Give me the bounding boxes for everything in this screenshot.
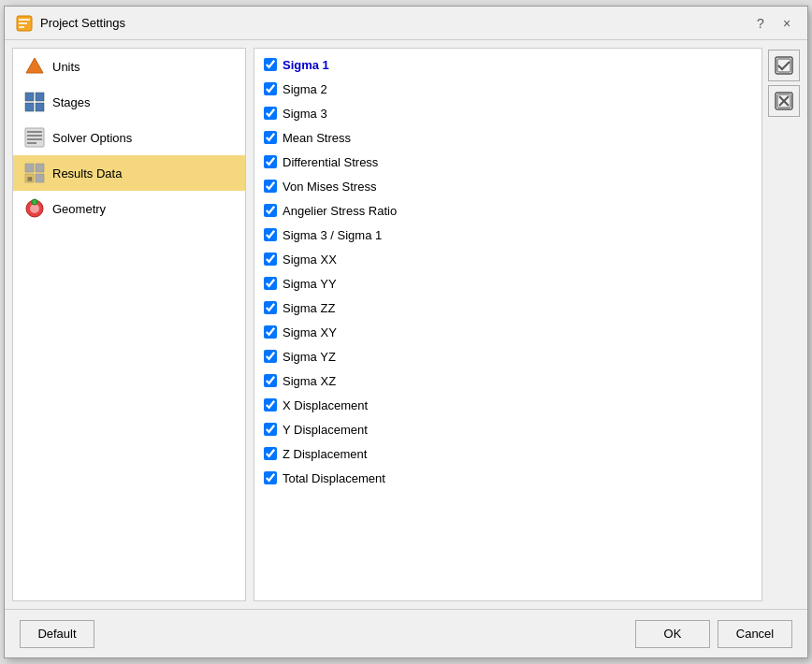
sidebar-results-label: Results Data [52,166,122,180]
sidebar-item-geometry[interactable]: Geometry [13,191,245,226]
svg-rect-13 [27,142,36,144]
checkbox-differential-stress[interactable] [264,155,277,168]
select-all-button[interactable] [768,50,800,81]
label-sigma2[interactable]: Sigma 2 [283,82,327,96]
svg-rect-17 [36,174,44,182]
footer: Default OK Cancel [5,609,807,657]
units-icon [24,56,45,77]
check-item-sigma3-sigma1[interactable]: Sigma 3 / Sigma 1 [254,223,761,247]
results-icon: ▦ [24,163,45,183]
label-z-displacement[interactable]: Z Displacement [283,447,367,461]
label-x-displacement[interactable]: X Displacement [283,398,368,412]
checkbox-sigma3[interactable] [264,107,277,120]
project-settings-dialog: Project Settings ? × Units [4,6,808,658]
svg-rect-6 [36,93,44,101]
check-item-sigma-yz[interactable]: Sigma YZ [254,344,761,368]
checkbox-z-displacement[interactable] [264,447,277,460]
title-bar: Project Settings ? × [5,7,807,40]
checkbox-sigma2[interactable] [264,82,277,95]
svg-rect-5 [25,93,34,101]
side-buttons [768,48,800,601]
checkbox-sigma3-sigma1[interactable] [264,228,277,241]
svg-rect-7 [25,103,34,111]
label-total-displacement[interactable]: Total Displacement [283,471,385,485]
check-item-mean-stress[interactable]: Mean Stress [254,125,761,150]
checklist-panel[interactable]: Sigma 1Sigma 2Sigma 3Mean StressDifferen… [254,48,762,601]
label-von-mises-stress[interactable]: Von Mises Stress [283,180,376,194]
check-item-von-mises-stress[interactable]: Von Mises Stress [254,174,761,198]
svg-rect-10 [27,131,42,133]
title-bar-left: Project Settings [16,15,125,32]
checkbox-y-displacement[interactable] [264,423,277,436]
check-item-z-displacement[interactable]: Z Displacement [254,441,761,466]
checkbox-total-displacement[interactable] [264,471,277,484]
checkbox-sigma-xx[interactable] [264,253,277,266]
label-differential-stress[interactable]: Differential Stress [283,155,378,169]
label-mean-stress[interactable]: Mean Stress [283,131,351,145]
sidebar-item-stages[interactable]: Stages [13,84,245,120]
solver-icon [24,127,45,148]
label-sigma-zz[interactable]: Sigma ZZ [283,301,335,315]
label-sigma1[interactable]: Sigma 1 [283,58,329,72]
title-bar-controls: ? × [751,14,796,33]
label-sigma-yy[interactable]: Sigma YY [283,277,337,291]
checkbox-x-displacement[interactable] [264,398,277,411]
cancel-button[interactable]: Cancel [718,620,792,648]
check-item-sigma3[interactable]: Sigma 3 [254,101,761,125]
sidebar-stages-label: Stages [52,95,90,109]
stages-icon [24,92,45,112]
label-angelier-stress-ratio[interactable]: Angelier Stress Ratio [283,204,397,218]
check-item-sigma1[interactable]: Sigma 1 [254,52,761,77]
check-item-y-displacement[interactable]: Y Displacement [254,417,761,441]
label-sigma-yz[interactable]: Sigma YZ [283,350,336,364]
sidebar-item-units[interactable]: Units [13,49,245,84]
check-item-angelier-stress-ratio[interactable]: Angelier Stress Ratio [254,198,761,223]
sidebar-geometry-label: Geometry [52,202,106,216]
checkbox-sigma-zz[interactable] [264,301,277,314]
geometry-icon [24,198,45,219]
svg-rect-8 [36,103,44,111]
label-sigma3[interactable]: Sigma 3 [283,107,327,121]
check-item-differential-stress[interactable]: Differential Stress [254,150,761,174]
sidebar-units-label: Units [52,60,80,74]
svg-rect-15 [36,164,44,172]
check-item-x-displacement[interactable]: X Displacement [254,393,761,417]
check-item-sigma-xx[interactable]: Sigma XX [254,247,761,271]
close-button[interactable]: × [777,14,796,33]
dialog-title: Project Settings [40,16,125,30]
sidebar: Units Stages [12,48,246,601]
label-y-displacement[interactable]: Y Displacement [283,423,368,437]
check-item-sigma-xz[interactable]: Sigma XZ [254,368,761,393]
checkbox-sigma-xz[interactable] [264,374,277,387]
default-button[interactable]: Default [20,620,94,648]
sidebar-item-results-data[interactable]: ▦ Results Data [13,155,245,191]
svg-rect-11 [27,135,42,137]
check-item-total-displacement[interactable]: Total Displacement [254,466,761,490]
ok-button[interactable]: OK [635,620,710,648]
deselect-all-button[interactable] [768,85,800,117]
sidebar-item-solver-options[interactable]: Solver Options [13,120,245,155]
check-item-sigma2[interactable]: Sigma 2 [254,77,761,101]
check-item-sigma-yy[interactable]: Sigma YY [254,271,761,296]
checkbox-sigma-xy[interactable] [264,325,277,339]
svg-rect-3 [19,26,24,28]
svg-text:▦: ▦ [27,176,33,181]
label-sigma-xy[interactable]: Sigma XY [283,325,337,339]
checkbox-von-mises-stress[interactable] [264,180,277,193]
checkbox-sigma-yy[interactable] [264,277,277,290]
checkbox-mean-stress[interactable] [264,131,277,144]
svg-point-21 [32,199,37,205]
label-sigma-xx[interactable]: Sigma XX [283,253,337,267]
checkbox-sigma1[interactable] [264,58,277,71]
label-sigma3-sigma1[interactable]: Sigma 3 / Sigma 1 [283,228,382,242]
checkbox-angelier-stress-ratio[interactable] [264,204,277,217]
svg-rect-22 [776,57,792,74]
check-item-sigma-xy[interactable]: Sigma XY [254,320,761,344]
checkbox-sigma-yz[interactable] [264,350,277,363]
svg-rect-2 [19,22,27,24]
svg-rect-12 [27,138,42,140]
check-item-sigma-zz[interactable]: Sigma ZZ [254,296,761,320]
label-sigma-xz[interactable]: Sigma XZ [283,374,336,388]
svg-rect-1 [19,19,30,21]
help-button[interactable]: ? [751,14,770,33]
